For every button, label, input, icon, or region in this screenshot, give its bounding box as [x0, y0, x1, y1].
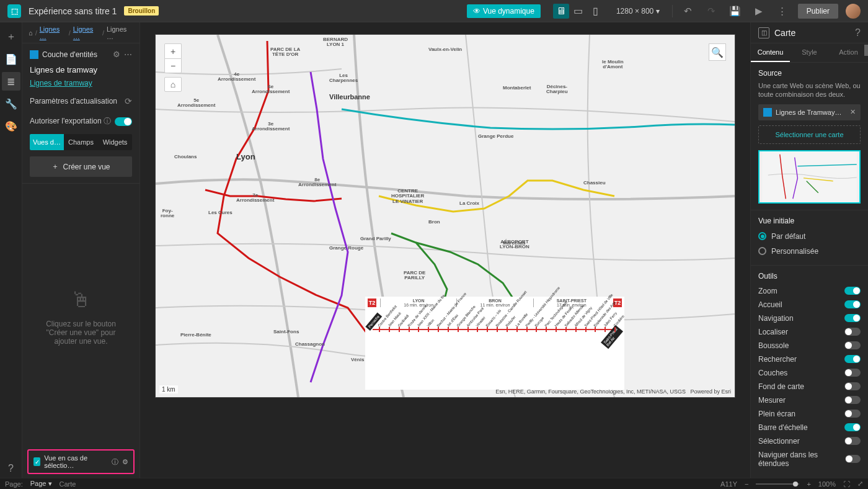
user-avatar[interactable] — [846, 4, 861, 19]
tool-toggle[interactable] — [844, 382, 861, 390]
tools-icon[interactable]: 🔧 — [2, 94, 20, 113]
radio-on-icon — [758, 232, 766, 240]
radio-custom[interactable]: Personnalisée — [758, 244, 861, 259]
undo-icon[interactable]: ↶ — [680, 3, 696, 19]
canvas-area[interactable]: Lyon Villeurbanne PARC DE LA TÊTE D'OR B… — [140, 22, 750, 478]
home-extent-icon[interactable]: ⌂ — [164, 77, 182, 92]
breadcrumb-1[interactable]: Lignes … — [40, 25, 66, 40]
tool-row: Localiser — [758, 325, 861, 339]
fullscreen-icon[interactable]: ⤢ — [857, 480, 863, 488]
breadcrumb-3: Lignes … — [107, 25, 133, 40]
tool-toggle[interactable] — [844, 341, 861, 349]
map-thumbnail[interactable] — [758, 150, 861, 204]
map[interactable]: Lyon Villeurbanne PARC DE LA TÊTE D'OR B… — [156, 35, 735, 397]
tool-toggle[interactable] — [844, 355, 861, 363]
label-arr7: 7e Arrondissement — [236, 193, 274, 204]
label-vaulx: Vaulx-en-Velin — [428, 47, 462, 52]
tool-row: Mesurer — [758, 393, 861, 407]
label-grand-parilly: Grand Parilly — [360, 236, 391, 241]
publish-button[interactable]: Publier — [798, 4, 838, 19]
tab-style[interactable]: Style — [790, 43, 829, 62]
tool-toggle[interactable] — [844, 328, 861, 336]
zoom-out-icon[interactable]: − — [164, 58, 182, 73]
allow-export-toggle[interactable] — [115, 117, 132, 126]
preview-icon[interactable]: ▶ — [751, 3, 767, 19]
gear-icon[interactable]: ⚙ — [113, 50, 120, 59]
app-logo: ⬚ — [7, 4, 21, 18]
tool-toggle[interactable] — [844, 396, 861, 404]
data-sources-icon[interactable]: ≣ — [2, 72, 20, 91]
carte-crumb[interactable]: Carte — [60, 480, 76, 488]
tablet-icon[interactable]: ▭ — [570, 4, 587, 19]
entity-layer-label: Couche d'entités — [42, 50, 97, 59]
canvas-dimensions[interactable]: 1280 × 800 ▾ — [616, 7, 660, 16]
source-desc: Une carte Web ou scène Web, ou toute com… — [758, 81, 861, 99]
tool-toggle[interactable] — [844, 300, 861, 308]
tool-toggle[interactable] — [845, 455, 861, 463]
a11y-indicator[interactable]: A11Y — [720, 480, 737, 488]
empty-hint: 🖱 Cliquez sur le bouton "Créer une vue" … — [22, 184, 140, 449]
seg-views[interactable]: Vues d… — [30, 134, 64, 150]
label-foy: Foy- ronne — [161, 209, 174, 219]
label-arr8: 8e Arrondissement — [298, 177, 336, 188]
tool-toggle[interactable] — [844, 410, 861, 418]
label-choulans: Choulans — [174, 155, 197, 159]
label-chassieu: Chassieu — [583, 181, 606, 186]
tool-toggle[interactable] — [844, 437, 861, 445]
label-montaberlet: Montaberlet — [503, 86, 531, 91]
page-icon[interactable]: 📄 — [2, 50, 20, 68]
info-icon[interactable]: ⓘ — [112, 457, 118, 467]
zoom-out-icon[interactable]: − — [745, 480, 748, 488]
map-widget[interactable]: Lyon Villeurbanne PARC DE LA TÊTE D'OR B… — [156, 35, 735, 397]
create-view-button[interactable]: ＋ Créer une vue — [30, 156, 132, 177]
label-grange-perdue: Grange Perdue — [478, 134, 513, 139]
zoom-in-icon[interactable]: + — [807, 480, 810, 488]
tab-content[interactable]: Contenu — [751, 43, 790, 62]
tool-toggle[interactable] — [844, 287, 861, 295]
more-icon[interactable]: ⋯ — [124, 50, 132, 59]
theme-icon[interactable]: 🎨 — [2, 117, 20, 135]
zoom-slider[interactable] — [756, 483, 799, 485]
tab-action[interactable]: Action — [829, 43, 868, 62]
radio-default[interactable]: Par défaut — [758, 229, 861, 244]
phone-icon[interactable]: ▯ — [588, 4, 604, 19]
help-icon[interactable]: ? — [855, 27, 861, 38]
tool-toggle[interactable] — [844, 369, 861, 377]
radio-custom-label: Personnalisée — [771, 247, 818, 256]
tool-label: Barre d'échelle — [758, 423, 808, 432]
stop-tick — [487, 327, 488, 332]
radio-off-icon — [758, 247, 766, 255]
dynamic-view-button[interactable]: 👁 Vue dynamique — [467, 4, 541, 18]
tools-heading: Outils — [758, 272, 861, 280]
desktop-icon[interactable]: 🖥 — [553, 4, 569, 19]
zoom-in-icon[interactable]: + — [164, 43, 182, 58]
selection-view-row[interactable]: ✓ Vue en cas de sélectio… ⓘ ⚙ — [27, 449, 135, 474]
search-icon[interactable]: 🔍 — [709, 43, 726, 61]
refresh-icon[interactable]: ⟳ — [125, 96, 132, 106]
source-chip[interactable]: Lignes de Tramway… ✕ — [758, 104, 861, 120]
add-widget-icon[interactable]: ＋ — [2, 27, 20, 46]
help-icon[interactable]: ? — [2, 459, 20, 478]
fit-icon[interactable]: ⛶ — [843, 480, 850, 488]
redo-icon[interactable]: ↷ — [704, 3, 720, 19]
home-icon[interactable]: ⌂ — [29, 29, 33, 37]
seg-fields[interactable]: Champs — [64, 134, 98, 150]
close-icon[interactable]: ✕ — [850, 108, 856, 116]
tool-toggle[interactable] — [844, 423, 861, 431]
select-map-button[interactable]: Sélectionner une carte — [758, 125, 861, 144]
breadcrumb-2[interactable]: Lignes … — [73, 25, 100, 40]
allow-export-label: Autoriser l'exportation ⓘ — [30, 116, 111, 127]
save-icon[interactable]: 💾 — [727, 3, 743, 19]
more-icon[interactable]: ⋮ — [774, 3, 790, 19]
page-selector[interactable]: Page ▾ — [30, 480, 52, 488]
tool-toggle[interactable] — [844, 314, 861, 322]
gear-icon[interactable]: ⚙ — [122, 458, 128, 466]
refresh-params-label: Paramètres d'actualisation — [30, 97, 117, 105]
layer-link[interactable]: Lignes de tramway — [30, 79, 92, 87]
label-arr3: 3e Arrondissement — [252, 122, 290, 132]
seg-widgets[interactable]: Widgets — [98, 134, 132, 150]
left-rail: ＋ 📄 ≣ 🔧 🎨 ? — [0, 22, 22, 478]
properties-header: ◫ Carte ? — [751, 22, 868, 43]
page-label: Page: — [5, 480, 23, 488]
label-saint-fons: Saint-Fons — [273, 330, 299, 334]
